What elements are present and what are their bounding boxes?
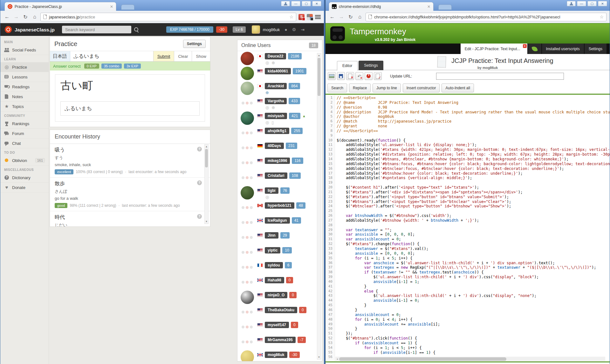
replace-button[interactable]: Replace [349,84,371,92]
left-browser-tab[interactable]: Practice - JapaneseClass.jp ✕ [4,2,116,11]
tm-tab-edit-jcjp-practice-text-input-[interactable]: Edit - JCJP Practice: Text Input...× [461,44,527,54]
chrome-menu-icon[interactable] [315,15,321,19]
clear-button[interactable]: Clear [174,51,192,61]
user-name[interactable]: Haha98 [265,277,284,283]
user-name[interactable]: syldou [265,262,283,268]
user-name[interactable]: Deuce22 [265,53,286,59]
scroll-thumb[interactable] [318,58,320,96]
tm-tab-dashboard[interactable] [528,44,541,54]
avatar[interactable] [241,111,254,125]
encounter-scrollbar[interactable]: ▲ ▼ [204,144,209,224]
stop-icon[interactable] [365,72,373,80]
tab-close-icon[interactable]: × [523,44,527,48]
user-name[interactable]: mikeg1996 [265,158,290,164]
scroll-thumb[interactable] [205,149,208,167]
horizontal-scrollbar[interactable]: ◂ [335,357,605,361]
scroll-thumb[interactable] [339,357,506,361]
user-name[interactable]: TheBakaOtaku [265,307,297,313]
profile-button[interactable] [567,1,576,6]
refresh-icon[interactable]: ↻ [347,14,354,20]
users-scrollbar[interactable]: ▲ ▼ [317,53,321,360]
file-delete-icon[interactable] [346,72,354,80]
editor-code[interactable]: // ==UserScript==// @name JCJP Practice:… [335,95,610,361]
right-browser-tab[interactable]: chrome-extension://dhdg ✕ [329,2,434,11]
avatar[interactable] [241,291,254,304]
search-button[interactable]: Search [327,84,347,92]
sidebar-item-social-feeds[interactable]: Social Feeds [0,45,49,55]
forward-icon[interactable]: → [13,14,20,20]
avatar[interactable] [241,82,254,95]
avatar[interactable] [241,52,254,65]
scroll-up-icon[interactable]: ▲ [205,145,208,148]
avatar[interactable] [241,186,254,199]
user-name[interactable]: 40Days [265,143,284,149]
username[interactable]: mog86uk [263,27,280,32]
back-icon[interactable]: ← [329,14,336,20]
settings-button[interactable]: Settings [183,40,206,48]
user-name[interactable]: Cristafari [265,172,287,179]
scroll-up-icon[interactable]: ▲ [317,54,321,57]
avatar[interactable] [252,25,260,34]
user-name[interactable]: hyperbob121 [265,202,294,209]
user-name[interactable]: myself147 [265,322,289,328]
brand-name[interactable]: JapaneseClass.jp [15,27,55,32]
sidebar-item-notes[interactable]: Notes [0,92,49,102]
tm-tab-settings[interactable]: Settings [585,44,607,54]
user-name[interactable]: MrGamma195 [265,337,296,343]
insert-constructor-button[interactable]: Insert constructor [403,84,440,92]
gear-icon[interactable]: ⚙ [292,27,296,32]
user-name[interactable]: IceRailgun [265,217,290,224]
user-name[interactable]: mistyash [265,113,287,119]
user-name[interactable]: yiptic [265,247,280,253]
help-icon[interactable]: ? [197,147,202,152]
right-url-bar[interactable]: chrome-extension://dhdgffkkebhmkfjojejmp… [366,13,607,21]
close-button[interactable]: ✕ [598,1,607,6]
user-name[interactable]: ligbi [265,187,278,194]
submit-button[interactable]: Submit [153,51,174,61]
maximize-button[interactable]: ▢ [302,1,311,6]
extension-icon[interactable] [307,14,313,20]
back-icon[interactable]: ← [3,14,10,20]
screenshot-icon[interactable] [328,72,336,80]
answer-input[interactable] [70,51,153,61]
editor-tab-settings[interactable]: Settings [359,61,383,70]
avatar[interactable] [241,67,254,80]
profile-button[interactable] [281,1,290,6]
sidebar-item-readings[interactable]: Readings [0,82,49,92]
forward-icon[interactable]: → [338,14,345,20]
user-name[interactable]: Arachkid [265,83,287,89]
auto-indent-all-button[interactable]: Auto-Indent all [442,84,474,92]
tm-tab-installed-userscripts[interactable]: Installed userscripts [542,44,584,54]
new-tab-button[interactable] [121,4,134,10]
sidebar-item-rankings[interactable]: Rankings [0,119,49,129]
scroll-left-icon[interactable]: ◂ [335,357,339,361]
left-url-bar[interactable]: japaneseclass.jp/practice ☆ [40,13,296,21]
user-name[interactable]: ahsjdkflg1 [265,128,289,134]
save-icon[interactable] [337,72,345,80]
extension-icon-scriptsafe[interactable]: S [298,14,305,20]
jump-to-line-button[interactable]: Jump to line [373,84,401,92]
user-name[interactable]: ninjaO_O [265,292,287,298]
help-icon[interactable]: ? [197,214,202,219]
tab-close-icon[interactable]: ✕ [110,4,113,9]
syntax-check-icon[interactable] [374,72,382,80]
sidebar-item-chat[interactable]: Chat [0,138,49,148]
logout-icon[interactable]: ⇥ [301,27,305,32]
minimize-button[interactable]: — [577,1,586,6]
home-icon[interactable]: ⌂ [31,14,38,20]
sidebar-item-lessons[interactable]: Lessons [0,72,49,82]
user-name[interactable]: Jinn [265,232,278,239]
bookmark-star-icon[interactable]: ☆ [289,14,293,19]
search-icon[interactable] [134,27,139,32]
scroll-down-icon[interactable]: ▼ [205,220,208,223]
code-editor[interactable]: 1234567891011121314151617181920212223242… [326,95,610,361]
editor-tab-editor[interactable]: Editor [337,61,358,71]
new-tab-button[interactable] [438,4,452,10]
sidebar-item-topics[interactable]: Topics [0,102,49,111]
user-name[interactable]: Vargotha [265,98,287,104]
user-name[interactable]: kida400061 [265,68,291,74]
maximize-button[interactable]: ▢ [587,1,597,6]
undo-delete-icon[interactable] [355,72,363,80]
sidebar-item-donate[interactable]: Donate [0,183,49,192]
help-icon[interactable]: ? [197,180,202,185]
